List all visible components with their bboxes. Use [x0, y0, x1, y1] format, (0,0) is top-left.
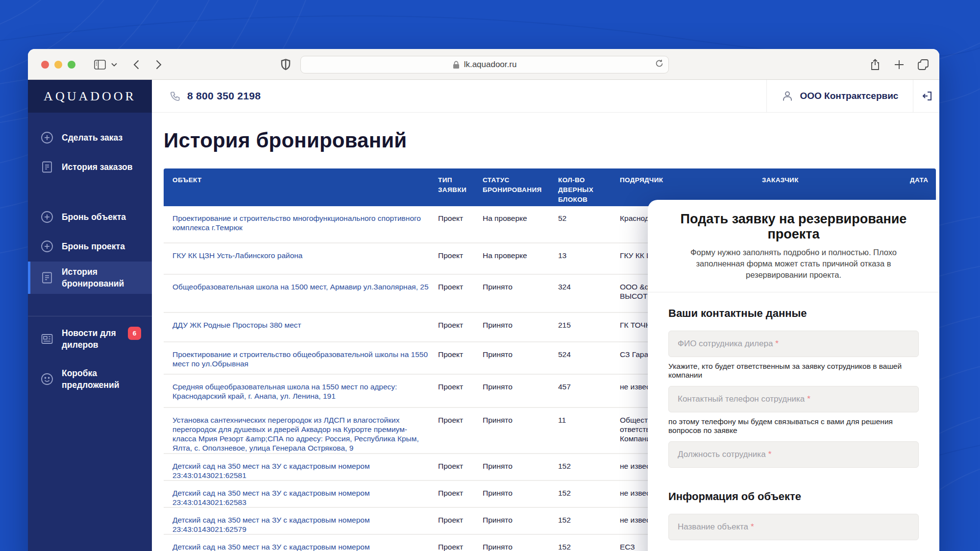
object-link[interactable]: Установка сантехнических перегородок из … — [172, 416, 419, 452]
field-placeholder: Должность сотрудника — [678, 450, 766, 459]
plus-circle-icon — [41, 240, 53, 253]
object-cell: Детский сад на 350 мест на ЗУ с кадастро… — [164, 481, 438, 507]
type-cell: Проект — [438, 313, 483, 341]
sidebar-item-3[interactable]: Бронь проекта — [28, 235, 152, 258]
header-right: ООО Контрактсервис — [766, 80, 939, 112]
type-cell: Проект — [438, 275, 483, 312]
status-cell: Принято — [483, 481, 558, 507]
browser-toolbar: lk.aquadoor.ru — [28, 49, 939, 80]
sidebar-item-label: История бронирований — [62, 266, 140, 289]
object-link[interactable]: Детский сад на 350 мест на ЗУ с кадастро… — [172, 516, 370, 533]
back-button[interactable] — [130, 49, 143, 80]
qty-cell: 152 — [558, 535, 620, 551]
desktop-background: lk.aquadoor.ru — [0, 0, 980, 551]
qty-cell: 457 — [558, 375, 620, 407]
sidebar-item-1[interactable]: История заказов — [28, 156, 152, 178]
browser-window: lk.aquadoor.ru — [28, 49, 939, 551]
text-field[interactable]: ФИО сотрудника дилера* — [668, 331, 919, 357]
sidebar-item-6[interactable]: Коробка предложений — [28, 364, 152, 394]
object-link[interactable]: Проектирование и строительство многофунк… — [172, 214, 421, 232]
support-phone[interactable]: 8 800 350 2198 — [152, 90, 261, 102]
modal-divider — [648, 292, 939, 292]
field-placeholder: ФИО сотрудника дилера — [678, 339, 773, 349]
tab-overview-icon[interactable] — [915, 49, 931, 80]
privacy-shield-icon[interactable] — [279, 49, 293, 80]
new-tab-icon[interactable] — [891, 49, 907, 80]
logout-button[interactable] — [913, 80, 939, 112]
sidebar-item-5[interactable]: Новости для дилеров6 — [28, 324, 152, 354]
qty-cell: 52 — [558, 206, 620, 242]
address-bar[interactable]: lk.aquadoor.ru — [300, 56, 669, 73]
object-link[interactable]: Общеобразовательная школа на 1500 мест, … — [172, 283, 429, 291]
column-header-2: СТАТУС БРОНИРОВАНИЯ — [483, 168, 558, 206]
object-link[interactable]: Проектирование и строительство общеобраз… — [172, 350, 428, 368]
status-cell: На проверке — [483, 243, 558, 274]
sidebar-divider — [28, 316, 152, 316]
qty-cell: 324 — [558, 275, 620, 312]
document-icon — [41, 271, 53, 284]
object-link[interactable]: ГКУ КК ЦЗН Усть-Лабинского района — [172, 251, 303, 260]
status-cell: Принято — [483, 454, 558, 480]
sidebar-toggle-icon[interactable] — [93, 49, 107, 80]
status-cell: Принято — [483, 275, 558, 312]
reservation-modal: Подать заявку на резервирование проекта … — [648, 200, 939, 551]
minimize-window-button[interactable] — [54, 61, 62, 69]
object-cell: Средняя общеобразовательная школа на 155… — [164, 375, 438, 407]
reload-icon[interactable] — [655, 59, 663, 70]
type-cell: Проект — [438, 508, 483, 534]
object-cell: Общеобразовательная школа на 1500 мест, … — [164, 275, 438, 312]
share-icon[interactable] — [867, 49, 883, 80]
forward-button[interactable] — [152, 49, 165, 80]
modal-title: Подать заявку на резервирование проекта — [668, 212, 919, 242]
object-cell: Установка сантехнических перегородок из … — [164, 408, 438, 453]
object-link[interactable]: Детский сад на 350 мест на ЗУ с кадастро… — [172, 489, 370, 506]
field-help-text: по этому телефону мы будем связываться с… — [668, 417, 919, 435]
type-cell: Проект — [438, 342, 483, 374]
news-count-badge: 6 — [128, 327, 141, 340]
object-cell: Детский сад на 350 мест на ЗУ с кадастро… — [164, 535, 438, 551]
object-cell: Проектирование и строительство общеобраз… — [164, 342, 438, 374]
sidebar-item-label: Сделать заказ — [62, 132, 122, 144]
object-link[interactable]: Детский сад на 350 мест на ЗУ с кадастро… — [172, 462, 370, 479]
sidebar-nav: Сделать заказИстория заказовБронь объект… — [28, 113, 152, 394]
zoom-window-button[interactable] — [68, 61, 75, 69]
logout-icon — [921, 90, 933, 102]
qty-cell: 152 — [558, 508, 620, 534]
object-link[interactable]: Детский сад на 350 мест на ЗУ с кадастро… — [172, 543, 370, 551]
type-cell: Проект — [438, 535, 483, 551]
form-section-heading: Ваши контактные данные — [668, 307, 919, 320]
text-field[interactable]: Контактный телефон сотрудника* — [668, 386, 919, 412]
sidebar-item-label: Коробка предложений — [62, 367, 140, 391]
required-mark: * — [768, 450, 772, 459]
plus-circle-icon — [41, 211, 53, 223]
status-cell: Принято — [483, 375, 558, 407]
type-cell: Проект — [438, 481, 483, 507]
user-icon — [782, 90, 793, 102]
required-mark: * — [807, 394, 810, 404]
type-cell: Проект — [438, 375, 483, 407]
support-phone-number: 8 800 350 2198 — [187, 90, 261, 102]
close-window-button[interactable] — [41, 61, 49, 69]
sidebar: AQUADOOR Сделать заказИстория заказовБро… — [28, 80, 152, 551]
main-header: 8 800 350 2198 ООО Контрактсервис — [152, 80, 939, 113]
sidebar-item-2[interactable]: Бронь объекта — [28, 206, 152, 228]
account-menu[interactable]: ООО Контрактсервис — [766, 80, 913, 112]
sidebar-item-4[interactable]: История бронирований — [28, 262, 152, 294]
chevron-down-icon[interactable] — [110, 49, 118, 80]
qty-cell: 524 — [558, 342, 620, 374]
plus-circle-icon — [41, 131, 53, 144]
lock-icon — [453, 61, 460, 69]
field-placeholder: Название объекта — [678, 522, 748, 532]
field-placeholder: Контактный телефон сотрудника — [678, 394, 805, 404]
qty-cell: 11 — [558, 408, 620, 453]
object-link[interactable]: Средняя общеобразовательная школа на 155… — [172, 383, 397, 400]
object-cell: Детский сад на 350 мест на ЗУ с кадастро… — [164, 454, 438, 480]
object-link[interactable]: ДДУ ЖК Родные Просторы 380 мест — [172, 321, 301, 329]
qty-cell: 152 — [558, 481, 620, 507]
text-field[interactable]: Название объекта* — [668, 514, 919, 540]
required-mark: * — [751, 522, 754, 532]
status-cell: Принято — [483, 535, 558, 551]
sidebar-item-0[interactable]: Сделать заказ — [28, 126, 152, 149]
text-field[interactable]: Должность сотрудника* — [668, 441, 919, 468]
column-header-0: ОБЪЕКТ — [164, 168, 438, 206]
